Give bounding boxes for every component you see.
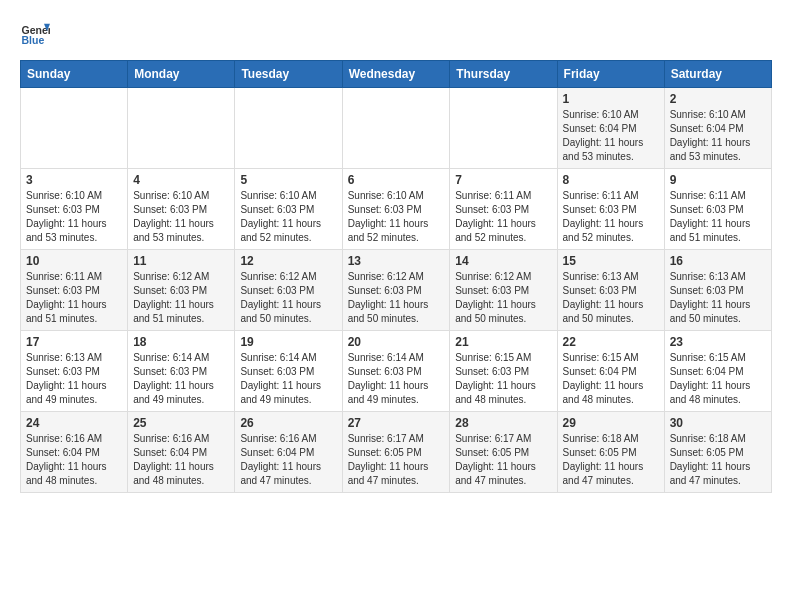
calendar-header-row: SundayMondayTuesdayWednesdayThursdayFrid… bbox=[21, 61, 772, 88]
day-number: 19 bbox=[240, 335, 336, 349]
day-number: 27 bbox=[348, 416, 445, 430]
calendar-cell bbox=[128, 88, 235, 169]
calendar-cell: 20Sunrise: 6:14 AM Sunset: 6:03 PM Dayli… bbox=[342, 331, 450, 412]
day-info: Sunrise: 6:12 AM Sunset: 6:03 PM Dayligh… bbox=[348, 270, 445, 326]
day-info: Sunrise: 6:15 AM Sunset: 6:03 PM Dayligh… bbox=[455, 351, 551, 407]
calendar-cell: 4Sunrise: 6:10 AM Sunset: 6:03 PM Daylig… bbox=[128, 169, 235, 250]
day-info: Sunrise: 6:18 AM Sunset: 6:05 PM Dayligh… bbox=[670, 432, 766, 488]
day-number: 15 bbox=[563, 254, 659, 268]
calendar-cell: 27Sunrise: 6:17 AM Sunset: 6:05 PM Dayli… bbox=[342, 412, 450, 493]
day-number: 9 bbox=[670, 173, 766, 187]
day-of-week-header: Saturday bbox=[664, 61, 771, 88]
day-number: 2 bbox=[670, 92, 766, 106]
day-of-week-header: Tuesday bbox=[235, 61, 342, 88]
day-info: Sunrise: 6:18 AM Sunset: 6:05 PM Dayligh… bbox=[563, 432, 659, 488]
calendar-cell: 8Sunrise: 6:11 AM Sunset: 6:03 PM Daylig… bbox=[557, 169, 664, 250]
day-info: Sunrise: 6:15 AM Sunset: 6:04 PM Dayligh… bbox=[563, 351, 659, 407]
logo: General Blue bbox=[20, 20, 50, 50]
day-number: 3 bbox=[26, 173, 122, 187]
day-info: Sunrise: 6:10 AM Sunset: 6:03 PM Dayligh… bbox=[348, 189, 445, 245]
day-number: 12 bbox=[240, 254, 336, 268]
day-info: Sunrise: 6:10 AM Sunset: 6:03 PM Dayligh… bbox=[240, 189, 336, 245]
day-info: Sunrise: 6:11 AM Sunset: 6:03 PM Dayligh… bbox=[455, 189, 551, 245]
day-number: 4 bbox=[133, 173, 229, 187]
day-number: 8 bbox=[563, 173, 659, 187]
day-info: Sunrise: 6:10 AM Sunset: 6:03 PM Dayligh… bbox=[133, 189, 229, 245]
day-of-week-header: Thursday bbox=[450, 61, 557, 88]
day-info: Sunrise: 6:10 AM Sunset: 6:04 PM Dayligh… bbox=[670, 108, 766, 164]
calendar-cell bbox=[235, 88, 342, 169]
page-header: General Blue bbox=[20, 20, 772, 50]
calendar-cell: 19Sunrise: 6:14 AM Sunset: 6:03 PM Dayli… bbox=[235, 331, 342, 412]
day-info: Sunrise: 6:10 AM Sunset: 6:04 PM Dayligh… bbox=[563, 108, 659, 164]
calendar-cell bbox=[342, 88, 450, 169]
calendar-cell: 15Sunrise: 6:13 AM Sunset: 6:03 PM Dayli… bbox=[557, 250, 664, 331]
calendar-cell bbox=[450, 88, 557, 169]
day-of-week-header: Sunday bbox=[21, 61, 128, 88]
day-info: Sunrise: 6:12 AM Sunset: 6:03 PM Dayligh… bbox=[133, 270, 229, 326]
calendar-cell: 22Sunrise: 6:15 AM Sunset: 6:04 PM Dayli… bbox=[557, 331, 664, 412]
calendar-cell: 12Sunrise: 6:12 AM Sunset: 6:03 PM Dayli… bbox=[235, 250, 342, 331]
day-of-week-header: Wednesday bbox=[342, 61, 450, 88]
day-number: 30 bbox=[670, 416, 766, 430]
day-info: Sunrise: 6:16 AM Sunset: 6:04 PM Dayligh… bbox=[26, 432, 122, 488]
day-of-week-header: Monday bbox=[128, 61, 235, 88]
calendar-cell: 2Sunrise: 6:10 AM Sunset: 6:04 PM Daylig… bbox=[664, 88, 771, 169]
day-number: 7 bbox=[455, 173, 551, 187]
day-number: 22 bbox=[563, 335, 659, 349]
calendar-week-row: 10Sunrise: 6:11 AM Sunset: 6:03 PM Dayli… bbox=[21, 250, 772, 331]
day-number: 13 bbox=[348, 254, 445, 268]
day-info: Sunrise: 6:12 AM Sunset: 6:03 PM Dayligh… bbox=[240, 270, 336, 326]
day-number: 6 bbox=[348, 173, 445, 187]
day-number: 11 bbox=[133, 254, 229, 268]
calendar-cell: 9Sunrise: 6:11 AM Sunset: 6:03 PM Daylig… bbox=[664, 169, 771, 250]
calendar-cell: 21Sunrise: 6:15 AM Sunset: 6:03 PM Dayli… bbox=[450, 331, 557, 412]
calendar-cell: 18Sunrise: 6:14 AM Sunset: 6:03 PM Dayli… bbox=[128, 331, 235, 412]
day-info: Sunrise: 6:16 AM Sunset: 6:04 PM Dayligh… bbox=[133, 432, 229, 488]
day-info: Sunrise: 6:13 AM Sunset: 6:03 PM Dayligh… bbox=[670, 270, 766, 326]
day-number: 1 bbox=[563, 92, 659, 106]
day-info: Sunrise: 6:15 AM Sunset: 6:04 PM Dayligh… bbox=[670, 351, 766, 407]
day-info: Sunrise: 6:17 AM Sunset: 6:05 PM Dayligh… bbox=[348, 432, 445, 488]
day-info: Sunrise: 6:11 AM Sunset: 6:03 PM Dayligh… bbox=[563, 189, 659, 245]
calendar-cell: 7Sunrise: 6:11 AM Sunset: 6:03 PM Daylig… bbox=[450, 169, 557, 250]
day-number: 14 bbox=[455, 254, 551, 268]
logo-icon: General Blue bbox=[20, 20, 50, 50]
day-info: Sunrise: 6:17 AM Sunset: 6:05 PM Dayligh… bbox=[455, 432, 551, 488]
calendar-week-row: 3Sunrise: 6:10 AM Sunset: 6:03 PM Daylig… bbox=[21, 169, 772, 250]
day-number: 24 bbox=[26, 416, 122, 430]
calendar-table: SundayMondayTuesdayWednesdayThursdayFrid… bbox=[20, 60, 772, 493]
day-info: Sunrise: 6:16 AM Sunset: 6:04 PM Dayligh… bbox=[240, 432, 336, 488]
calendar-week-row: 24Sunrise: 6:16 AM Sunset: 6:04 PM Dayli… bbox=[21, 412, 772, 493]
calendar-cell: 13Sunrise: 6:12 AM Sunset: 6:03 PM Dayli… bbox=[342, 250, 450, 331]
day-info: Sunrise: 6:13 AM Sunset: 6:03 PM Dayligh… bbox=[26, 351, 122, 407]
day-info: Sunrise: 6:11 AM Sunset: 6:03 PM Dayligh… bbox=[670, 189, 766, 245]
day-number: 28 bbox=[455, 416, 551, 430]
calendar-cell: 5Sunrise: 6:10 AM Sunset: 6:03 PM Daylig… bbox=[235, 169, 342, 250]
calendar-cell: 1Sunrise: 6:10 AM Sunset: 6:04 PM Daylig… bbox=[557, 88, 664, 169]
calendar-week-row: 1Sunrise: 6:10 AM Sunset: 6:04 PM Daylig… bbox=[21, 88, 772, 169]
calendar-cell: 23Sunrise: 6:15 AM Sunset: 6:04 PM Dayli… bbox=[664, 331, 771, 412]
day-info: Sunrise: 6:11 AM Sunset: 6:03 PM Dayligh… bbox=[26, 270, 122, 326]
calendar-cell: 28Sunrise: 6:17 AM Sunset: 6:05 PM Dayli… bbox=[450, 412, 557, 493]
day-number: 18 bbox=[133, 335, 229, 349]
calendar-cell bbox=[21, 88, 128, 169]
calendar-cell: 30Sunrise: 6:18 AM Sunset: 6:05 PM Dayli… bbox=[664, 412, 771, 493]
day-number: 17 bbox=[26, 335, 122, 349]
day-info: Sunrise: 6:14 AM Sunset: 6:03 PM Dayligh… bbox=[240, 351, 336, 407]
calendar-week-row: 17Sunrise: 6:13 AM Sunset: 6:03 PM Dayli… bbox=[21, 331, 772, 412]
day-number: 5 bbox=[240, 173, 336, 187]
day-number: 10 bbox=[26, 254, 122, 268]
calendar-cell: 16Sunrise: 6:13 AM Sunset: 6:03 PM Dayli… bbox=[664, 250, 771, 331]
calendar-cell: 14Sunrise: 6:12 AM Sunset: 6:03 PM Dayli… bbox=[450, 250, 557, 331]
day-number: 25 bbox=[133, 416, 229, 430]
calendar-cell: 17Sunrise: 6:13 AM Sunset: 6:03 PM Dayli… bbox=[21, 331, 128, 412]
day-number: 21 bbox=[455, 335, 551, 349]
day-number: 29 bbox=[563, 416, 659, 430]
calendar-cell: 10Sunrise: 6:11 AM Sunset: 6:03 PM Dayli… bbox=[21, 250, 128, 331]
day-of-week-header: Friday bbox=[557, 61, 664, 88]
day-number: 16 bbox=[670, 254, 766, 268]
day-info: Sunrise: 6:12 AM Sunset: 6:03 PM Dayligh… bbox=[455, 270, 551, 326]
calendar-cell: 3Sunrise: 6:10 AM Sunset: 6:03 PM Daylig… bbox=[21, 169, 128, 250]
day-info: Sunrise: 6:14 AM Sunset: 6:03 PM Dayligh… bbox=[348, 351, 445, 407]
